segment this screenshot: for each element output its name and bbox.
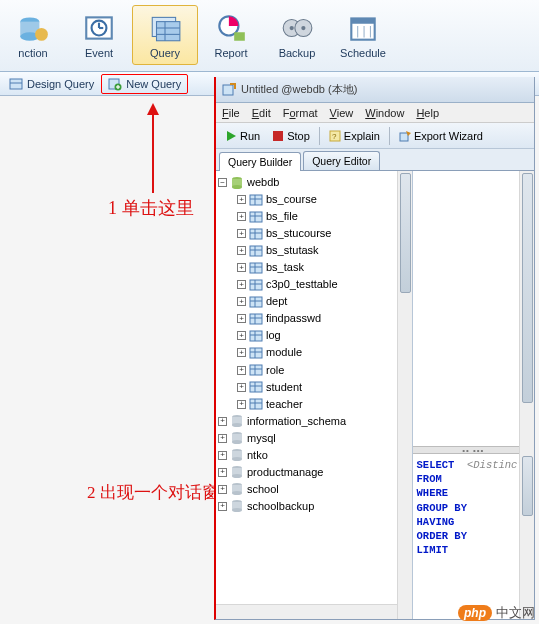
run-label: Run <box>240 130 260 142</box>
database-icon <box>230 448 244 462</box>
annotation-1: 1 单击这里 <box>108 196 194 220</box>
explain-button[interactable]: ? Explain <box>324 128 385 144</box>
svg-rect-80 <box>250 399 262 409</box>
expand-icon[interactable]: + <box>237 195 246 204</box>
expand-icon[interactable]: + <box>218 434 227 443</box>
expand-icon[interactable]: + <box>237 366 246 375</box>
backup-button[interactable]: Backup <box>264 5 330 65</box>
table-icon <box>249 210 263 224</box>
expand-icon[interactable]: + <box>237 400 246 409</box>
toolbar-label: nction <box>18 47 47 59</box>
table-icon <box>249 193 263 207</box>
new-query-button[interactable]: New Query <box>101 74 188 94</box>
tab-query-builder[interactable]: Query Builder <box>219 152 301 171</box>
expand-icon[interactable]: + <box>237 297 246 306</box>
scrollbar-horizontal[interactable] <box>216 604 397 619</box>
menu-file[interactable]: File <box>222 107 240 119</box>
run-button[interactable]: Run <box>220 128 265 144</box>
expand-icon[interactable]: + <box>237 263 246 272</box>
play-icon <box>225 130 237 142</box>
tree-db-node[interactable]: − webdb <box>218 174 412 191</box>
tree-table-node[interactable]: +dept <box>218 293 412 310</box>
menu-help[interactable]: Help <box>416 107 439 119</box>
tree-node-label: ntko <box>247 447 268 464</box>
toolbar-label: Backup <box>279 47 316 59</box>
svg-point-43 <box>232 185 242 189</box>
builder-canvas[interactable] <box>413 171 534 446</box>
explain-label: Explain <box>344 130 380 142</box>
tree-table-node[interactable]: +c3p0_testtable <box>218 276 412 293</box>
tree-table-node[interactable]: +bs_task <box>218 259 412 276</box>
expand-icon[interactable]: + <box>237 280 246 289</box>
expand-icon[interactable]: + <box>218 502 227 511</box>
svg-rect-56 <box>250 263 262 273</box>
collapse-icon[interactable]: − <box>218 178 227 187</box>
tree-db-node[interactable]: +ntko <box>218 447 412 464</box>
expand-icon[interactable]: + <box>237 314 246 323</box>
tree-node-label: bs_task <box>266 259 304 276</box>
tree-db-node[interactable]: +mysql <box>218 430 412 447</box>
expand-icon[interactable]: + <box>218 451 227 460</box>
scrollbar-vertical[interactable] <box>397 171 412 619</box>
svg-rect-59 <box>250 280 262 290</box>
tree-table-node[interactable]: +bs_course <box>218 191 412 208</box>
table-icon <box>249 261 263 275</box>
expand-icon[interactable]: + <box>237 348 246 357</box>
tree-table-node[interactable]: +log <box>218 327 412 344</box>
tree-table-node[interactable]: +bs_file <box>218 208 412 225</box>
menu-view[interactable]: View <box>330 107 354 119</box>
report-button[interactable]: Report <box>198 5 264 65</box>
tree-db-node[interactable]: +information_schema <box>218 413 412 430</box>
table-icon <box>249 244 263 258</box>
menu-edit[interactable]: Edit <box>252 107 271 119</box>
sql-preview: SELECT <Distinct> FROM WHERE GROUP BY HA… <box>413 454 534 619</box>
svg-point-85 <box>232 423 242 427</box>
event-button[interactable]: Event <box>66 5 132 65</box>
tree-node-label: dept <box>266 293 287 310</box>
tree-table-node[interactable]: +bs_stutask <box>218 242 412 259</box>
table-icon <box>249 380 263 394</box>
expand-icon[interactable]: + <box>237 212 246 221</box>
splitter[interactable]: •• ••• <box>413 446 534 454</box>
menu-format[interactable]: Format <box>283 107 318 119</box>
expand-icon[interactable]: + <box>237 229 246 238</box>
tree-db-node[interactable]: +productmanage <box>218 464 412 481</box>
new-query-icon <box>108 77 122 91</box>
table-icon <box>249 295 263 309</box>
query-dialog: Untitled @webdb (本地) File Edit Format Vi… <box>214 77 535 620</box>
design-query-label: Design Query <box>27 78 94 90</box>
tree-table-node[interactable]: +module <box>218 344 412 361</box>
expand-icon[interactable]: + <box>218 485 227 494</box>
svg-rect-65 <box>250 314 262 324</box>
expand-icon[interactable]: + <box>237 331 246 340</box>
tree-table-node[interactable]: +findpasswd <box>218 310 412 327</box>
tab-query-editor[interactable]: Query Editor <box>303 151 380 170</box>
database-icon <box>230 499 244 513</box>
query-button[interactable]: Query <box>132 5 198 65</box>
tree-node-label: information_schema <box>247 413 346 430</box>
export-wizard-button[interactable]: Export Wizard <box>394 128 488 144</box>
svg-marker-35 <box>227 131 236 141</box>
tree-db-node[interactable]: +school <box>218 481 412 498</box>
tree-table-node[interactable]: +bs_stucourse <box>218 225 412 242</box>
database-icon <box>230 414 244 428</box>
schedule-button[interactable]: Schedule <box>330 5 396 65</box>
expand-icon[interactable]: + <box>218 417 227 426</box>
menu-window[interactable]: Window <box>365 107 404 119</box>
expand-icon[interactable]: + <box>218 468 227 477</box>
expand-icon[interactable]: + <box>237 383 246 392</box>
nction-button[interactable]: nction <box>0 5 66 65</box>
tree-db-node[interactable]: +schoolbackup <box>218 498 412 515</box>
expand-icon[interactable]: + <box>237 246 246 255</box>
scrollbar-vertical[interactable] <box>519 454 534 619</box>
stop-button[interactable]: Stop <box>267 128 315 144</box>
table-icon <box>249 346 263 360</box>
design-query-button[interactable]: Design Query <box>2 74 101 94</box>
tree-node-label: bs_file <box>266 208 298 225</box>
tree-table-node[interactable]: +role <box>218 362 412 379</box>
table-icon <box>249 363 263 377</box>
tree-table-node[interactable]: +student <box>218 379 412 396</box>
database-icon <box>230 465 244 479</box>
tree-table-node[interactable]: +teacher <box>218 396 412 413</box>
dialog-title-bar[interactable]: Untitled @webdb (本地) <box>216 77 534 103</box>
